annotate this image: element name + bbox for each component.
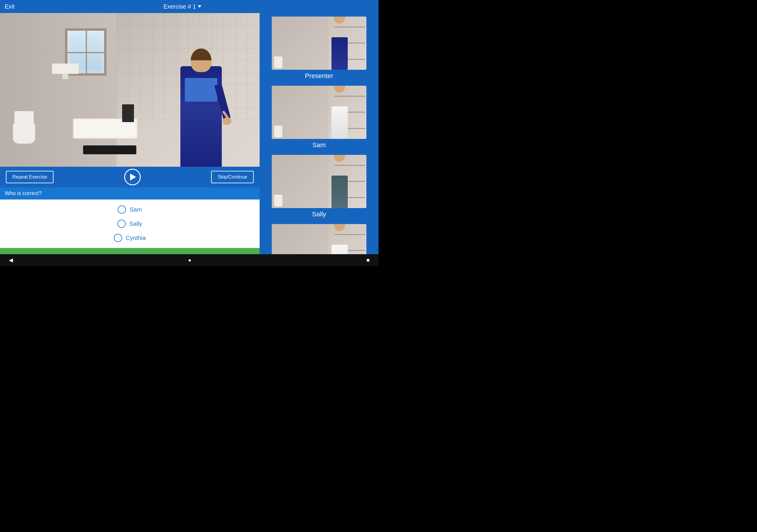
bath-mat xyxy=(83,145,136,154)
character-card-sally: Sally xyxy=(259,151,378,221)
nav-back-button[interactable]: ◀ xyxy=(9,257,13,263)
cynthia-figure-thumb xyxy=(331,230,352,254)
left-panel: Repeat Exercise Skip/Continue Who is cor… xyxy=(0,13,259,254)
sink-basin xyxy=(52,64,79,74)
dropdown-icon xyxy=(198,5,201,8)
presenter-character xyxy=(168,31,234,167)
play-button[interactable] xyxy=(124,169,141,185)
radio-cynthia[interactable] xyxy=(114,234,122,242)
sam-figure-thumb xyxy=(331,92,352,139)
cynthia-thumbnail xyxy=(272,224,366,254)
thumb-toilet xyxy=(274,56,283,68)
option-sally-label: Sally xyxy=(129,221,142,227)
presenter-figure-thumb xyxy=(331,22,352,70)
thumb-bath-bg-cynthia xyxy=(272,224,328,254)
sally-name: Sally xyxy=(312,210,326,218)
thumb-body-cynthia xyxy=(331,245,348,254)
play-icon xyxy=(130,173,136,181)
bathroom-background xyxy=(0,13,259,167)
thumb-head-cynthia xyxy=(334,224,345,231)
toilet-bowl xyxy=(13,123,35,144)
answer-area: Sam Sally Cynthia xyxy=(0,199,259,248)
option-cynthia[interactable]: Cynthia xyxy=(114,234,146,242)
thumb-head-sally xyxy=(334,155,345,162)
sally-figure-thumb xyxy=(331,161,352,208)
control-bar: Repeat Exercise Skip/Continue xyxy=(0,167,259,187)
radio-sally[interactable] xyxy=(117,220,126,228)
bath-tub xyxy=(73,118,138,139)
sam-thumbnail xyxy=(272,86,366,139)
char-arm-right xyxy=(214,84,231,120)
main-layout: Repeat Exercise Skip/Continue Who is cor… xyxy=(0,13,378,254)
char-shirt xyxy=(185,78,217,102)
char-hand xyxy=(222,116,232,126)
repeat-exercise-button[interactable]: Repeat Exercise xyxy=(6,171,53,183)
presenter-name: Presenter xyxy=(305,72,333,80)
char-body xyxy=(180,66,222,167)
bath-sink xyxy=(52,59,79,74)
question-text: Who is correct? xyxy=(5,190,42,196)
character-card-cynthia xyxy=(259,221,378,254)
option-cynthia-label: Cynthia xyxy=(126,235,146,242)
char-index-finger xyxy=(222,110,229,119)
thumb-toilet-sally xyxy=(274,195,283,207)
character-card-presenter: Presenter xyxy=(259,13,378,82)
thumb-body-presenter xyxy=(331,37,348,70)
sink-pedestal xyxy=(62,73,68,79)
exercise-title-text: Exercise # 1 xyxy=(164,3,196,10)
radio-sam[interactable] xyxy=(118,205,126,214)
exercise-label[interactable]: Exercise # 1 xyxy=(164,3,201,10)
presenter-thumbnail xyxy=(272,16,366,70)
thumb-head-sam xyxy=(334,86,345,93)
nav-recents-button[interactable]: ■ xyxy=(366,257,370,263)
right-panel: Presenter Sam xyxy=(259,13,378,254)
bottom-navigation: ◀ ● ■ xyxy=(0,254,378,266)
skip-continue-button[interactable]: Skip/Continue xyxy=(211,171,254,183)
thumb-body-sally xyxy=(331,176,348,208)
thumb-body-sam xyxy=(331,106,348,139)
nav-home-button[interactable]: ● xyxy=(188,257,191,263)
option-sam-label: Sam xyxy=(130,206,142,213)
question-area: Who is correct? xyxy=(0,187,259,199)
char-head xyxy=(191,48,211,72)
video-area xyxy=(0,13,259,167)
option-sam[interactable]: Sam xyxy=(118,205,142,214)
option-sally[interactable]: Sally xyxy=(117,220,142,228)
bath-toilet xyxy=(13,111,37,144)
sally-thumbnail xyxy=(272,155,366,208)
bath-towel xyxy=(122,104,134,122)
character-card-sam: Sam xyxy=(259,82,378,151)
thumb-toilet-sam xyxy=(274,126,283,137)
thumb-head-presenter xyxy=(334,16,345,24)
top-bar: Exit Exercise # 1 xyxy=(0,0,378,13)
exit-button[interactable]: Exit xyxy=(5,3,15,10)
char-hair xyxy=(191,48,211,60)
sam-name: Sam xyxy=(312,141,325,149)
